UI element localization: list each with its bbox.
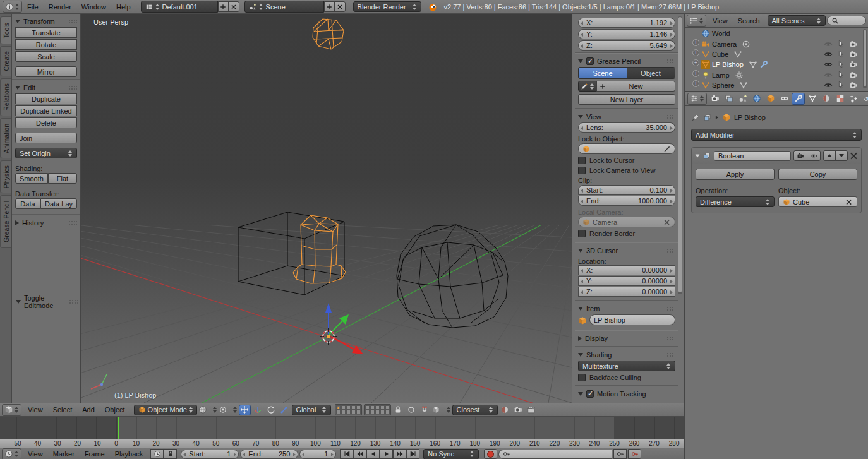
apply-modifier-button[interactable]: Apply bbox=[696, 169, 775, 180]
selectability-pointer-icon[interactable] bbox=[836, 71, 845, 80]
cursor-location-field[interactable]: X: 0.00000 bbox=[578, 265, 675, 275]
tool-shelf-tab[interactable]: Animation bbox=[0, 118, 11, 158]
expand-icon[interactable] bbox=[692, 41, 699, 47]
menu-item[interactable]: Object bbox=[100, 406, 130, 414]
set-origin-dropdown[interactable]: Set Origin bbox=[15, 148, 77, 158]
display-filter-dropdown[interactable]: All Scenes bbox=[768, 15, 826, 26]
panel-grip[interactable] bbox=[666, 352, 675, 357]
visibility-eye-icon[interactable] bbox=[824, 40, 833, 49]
data-badge-icon[interactable] bbox=[735, 71, 744, 80]
location-field[interactable]: Y: 1.146 bbox=[578, 29, 675, 39]
location-field[interactable]: X: 1.192 bbox=[578, 18, 675, 28]
visibility-eye-icon[interactable] bbox=[824, 71, 833, 80]
renderability-camera-icon[interactable] bbox=[849, 50, 858, 59]
layer-cell[interactable] bbox=[370, 410, 375, 414]
delete-keyframe-button[interactable] bbox=[628, 449, 641, 459]
renderability-camera-icon[interactable] bbox=[849, 60, 858, 69]
lp-bishop-wireframe-selected[interactable] bbox=[293, 215, 346, 283]
opengl-render-animation-button[interactable] bbox=[526, 405, 538, 415]
clear-icon[interactable] bbox=[846, 199, 852, 205]
move-modifier-down-button[interactable] bbox=[835, 150, 848, 161]
expand-icon[interactable] bbox=[692, 72, 699, 78]
lock-camera-checkbox[interactable] bbox=[578, 167, 586, 174]
close-scene-button[interactable] bbox=[335, 1, 346, 12]
renderability-camera-icon[interactable] bbox=[849, 71, 858, 80]
selectability-pointer-icon[interactable] bbox=[836, 50, 845, 59]
outliner-row[interactable]: Lamp bbox=[689, 70, 867, 80]
jump-to-start-button[interactable] bbox=[340, 449, 353, 459]
panel-grip[interactable] bbox=[666, 114, 675, 119]
panel-grip[interactable] bbox=[68, 85, 77, 90]
n-panel-scrollbar[interactable] bbox=[678, 16, 682, 294]
bishop-top-wireframe[interactable] bbox=[313, 19, 344, 49]
sync-mode-dropdown[interactable]: No Sync bbox=[423, 449, 479, 459]
tool-shelf-tab[interactable]: Tools bbox=[0, 16, 11, 44]
tool-button[interactable]: Duplicate bbox=[15, 93, 77, 104]
lock-to-object-field[interactable] bbox=[578, 143, 675, 154]
lock-to-cursor-checkbox[interactable] bbox=[578, 157, 586, 164]
menu-item[interactable]: Search bbox=[733, 17, 765, 25]
translate-manipulator-button[interactable] bbox=[252, 405, 264, 415]
outliner-scrollbar[interactable] bbox=[863, 29, 867, 88]
3d-cursor[interactable] bbox=[320, 328, 337, 345]
use-preview-range-toggle[interactable] bbox=[150, 449, 164, 459]
editor-type-selector[interactable] bbox=[2, 404, 21, 416]
shading-mode-dropdown[interactable]: Multitexture bbox=[578, 361, 675, 371]
render-view-button[interactable] bbox=[499, 405, 511, 415]
outliner-row[interactable]: Cube bbox=[689, 49, 867, 59]
viewport-shading-dropdown[interactable] bbox=[198, 405, 217, 415]
clip-end-field[interactable]: End: 1000.000 bbox=[578, 196, 675, 206]
item-panel-header[interactable]: Item bbox=[578, 302, 675, 314]
gp-scene-option[interactable]: Scene bbox=[579, 68, 627, 78]
data-badge-icon[interactable] bbox=[742, 40, 750, 49]
properties-tab[interactable] bbox=[708, 93, 721, 105]
layer-cell[interactable] bbox=[365, 410, 370, 414]
editor-type-selector[interactable] bbox=[2, 448, 21, 459]
edit-panel-header[interactable]: Edit bbox=[15, 81, 77, 93]
layer-cell[interactable] bbox=[380, 405, 385, 410]
clip-start-field[interactable]: Start: 0.100 bbox=[578, 185, 675, 195]
screen-layout-field[interactable]: Default.001 bbox=[141, 1, 218, 13]
menu-item[interactable]: Window bbox=[76, 3, 111, 11]
gp-object-option[interactable]: Object bbox=[627, 68, 675, 78]
layer-cell[interactable] bbox=[375, 410, 380, 414]
tool-button[interactable]: Delete bbox=[15, 117, 77, 128]
properties-tab[interactable] bbox=[750, 93, 763, 105]
layer-cell[interactable] bbox=[385, 410, 390, 414]
tool-shelf-tab[interactable]: Create bbox=[0, 46, 11, 76]
gr ease-pencil-panel-header[interactable]: Grease Pencil bbox=[578, 55, 675, 67]
tool-button[interactable]: Scale bbox=[15, 51, 77, 62]
backface-culling-checkbox[interactable] bbox=[578, 374, 586, 381]
history-panel-header[interactable]: History bbox=[15, 217, 77, 229]
panel-grip[interactable] bbox=[68, 19, 77, 23]
item-name-field[interactable]: LP Bishop bbox=[589, 314, 675, 325]
properties-tab[interactable] bbox=[847, 93, 860, 105]
panel-grip[interactable] bbox=[69, 299, 78, 304]
display-panel-header[interactable]: Display bbox=[578, 332, 675, 344]
layer-cell[interactable] bbox=[346, 405, 351, 410]
data-button[interactable]: Data bbox=[15, 198, 40, 209]
local-camera-field[interactable]: Camera bbox=[578, 217, 675, 227]
tool-button[interactable]: Translate bbox=[15, 27, 77, 38]
shade-flat-button[interactable]: Flat bbox=[48, 173, 77, 184]
menu-item[interactable]: File bbox=[22, 3, 44, 11]
eyedropper-icon[interactable] bbox=[663, 145, 671, 153]
menu-item[interactable]: Marker bbox=[48, 450, 80, 458]
menu-item[interactable]: Render bbox=[44, 3, 76, 11]
operation-dropdown[interactable]: Difference bbox=[696, 196, 775, 207]
editor-type-selector[interactable] bbox=[687, 93, 707, 105]
close-layout-button[interactable] bbox=[229, 1, 239, 12]
visibility-eye-icon[interactable] bbox=[824, 50, 833, 59]
editor-type-selector[interactable] bbox=[687, 15, 706, 27]
data-layout-button[interactable]: Data Lay bbox=[40, 198, 77, 209]
move-modifier-up-button[interactable] bbox=[823, 150, 836, 161]
proportional-edit-dropdown[interactable] bbox=[406, 405, 418, 415]
insert-keyframe-button[interactable] bbox=[613, 449, 627, 459]
layer-cell[interactable] bbox=[346, 410, 351, 414]
tool-shelf-tab[interactable]: Relations bbox=[0, 78, 11, 116]
rotate-manipulator-button[interactable] bbox=[265, 405, 277, 415]
layer-cell[interactable] bbox=[356, 405, 361, 410]
layer-cell[interactable] bbox=[370, 405, 375, 410]
lock-time-toggle[interactable] bbox=[164, 449, 177, 459]
tool-button[interactable]: Duplicate Linked bbox=[15, 105, 77, 116]
